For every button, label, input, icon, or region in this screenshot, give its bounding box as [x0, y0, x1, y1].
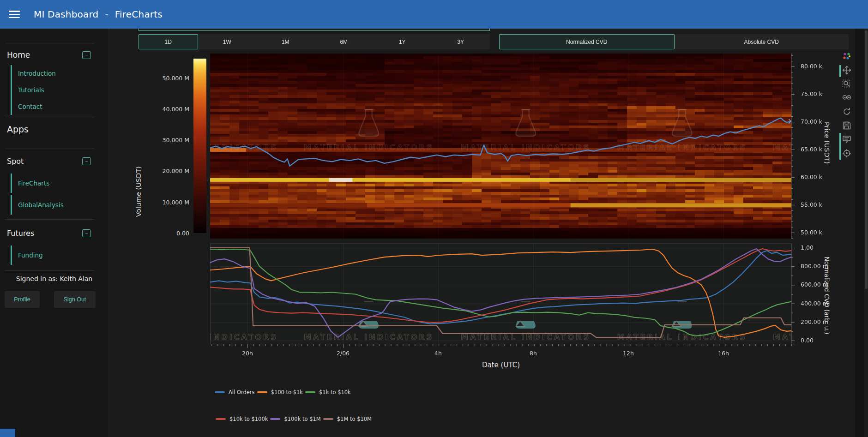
zoom-in-out-icon[interactable]	[842, 93, 851, 102]
volume-colorbar	[193, 59, 206, 233]
legend-item[interactable]: $100k to $1M	[270, 416, 320, 422]
normalized-cvd-button[interactable]: Normalized CVD	[499, 34, 675, 49]
normalized-cvd-chart[interactable]	[210, 243, 791, 344]
sidebar-group-home: Introduction Tutorials Contact	[11, 65, 56, 115]
legend-label: $100 to $1k	[271, 389, 303, 395]
sidebar-item-funding[interactable]: Funding	[11, 245, 43, 265]
sidebar: Home − Introduction Tutorials Contact Ap…	[0, 29, 109, 437]
range-3y-button[interactable]: 3Y	[432, 34, 490, 49]
legend-item[interactable]: $10k to $100k	[216, 416, 268, 422]
legend-item[interactable]: $1k to $10k	[305, 389, 351, 395]
legend-swatch	[257, 391, 267, 393]
collapse-futures-button[interactable]: −	[82, 229, 91, 237]
signout-button[interactable]: Sign Out	[54, 291, 96, 308]
signed-in-text: Signed in as: Keith Alan	[0, 275, 108, 282]
footer-accent	[0, 429, 15, 437]
range-6m-button[interactable]: 6M	[315, 34, 374, 49]
absolute-cvd-button[interactable]: Absolute CVD	[675, 34, 849, 49]
modebar-active-indicator	[839, 65, 841, 77]
sidebar-section-spot: Spot	[7, 157, 24, 166]
range-1w-button[interactable]: 1W	[198, 34, 257, 49]
plotly-logo-icon[interactable]	[842, 52, 851, 61]
sidebar-item-firecharts[interactable]: FireCharts	[11, 174, 49, 193]
profile-button[interactable]: Profile	[5, 291, 40, 308]
legend-swatch	[270, 418, 280, 420]
collapse-spot-button[interactable]: −	[82, 157, 91, 165]
sidebar-section-apps: Apps	[7, 124, 29, 134]
legend-item[interactable]: $1M to $10M	[323, 416, 372, 422]
sidebar-item-introduction[interactable]: Introduction	[12, 65, 56, 82]
time-range-group: 1D 1W 1M 6M 1Y 3Y	[139, 34, 490, 49]
legend-label: All Orders	[229, 389, 255, 395]
page-title: MI Dashboard-FireCharts	[34, 9, 163, 20]
modebar-active-indicator	[839, 133, 841, 160]
sidebar-section-futures: Futures	[7, 229, 34, 238]
range-1y-button[interactable]: 1Y	[373, 34, 432, 49]
legend-label: $1M to $10M	[337, 416, 372, 422]
collapse-home-button[interactable]: −	[82, 51, 91, 59]
sidebar-section-home: Home	[7, 50, 30, 60]
legend-label: $10k to $100k	[229, 416, 268, 422]
sidebar-item-tutorials[interactable]: Tutorials	[12, 82, 56, 98]
sidebar-item-contact[interactable]: Contact	[12, 98, 56, 115]
sidebar-divider	[5, 270, 95, 271]
pan-icon[interactable]	[842, 66, 851, 75]
cvd-mode-group: Normalized CVD Absolute CVD	[499, 34, 849, 49]
legend-label: $100k to $1M	[284, 416, 320, 422]
legend-row-1: All Orders$100 to $1k$1k to $10k	[215, 389, 353, 395]
sidebar-divider	[5, 117, 95, 117]
legend-item[interactable]: $100 to $1k	[257, 389, 303, 395]
app-root: MI Dashboard-FireCharts Home − Introduct…	[0, 0, 868, 437]
box-zoom-icon[interactable]	[842, 79, 851, 89]
legend-swatch	[215, 391, 225, 393]
range-1d-button[interactable]: 1D	[139, 34, 198, 49]
sidebar-item-globalanalysis[interactable]: GlobalAnalysis	[11, 195, 64, 215]
volume-heatmap-chart[interactable]	[210, 54, 791, 239]
toggle-spikelines-icon[interactable]	[842, 149, 851, 158]
reset-axes-icon[interactable]	[842, 107, 851, 116]
toggle-hover-icon[interactable]	[842, 135, 851, 144]
legend-label: $1k to $10k	[319, 389, 351, 395]
legend-item[interactable]: All Orders	[215, 389, 255, 395]
save-image-icon[interactable]	[842, 121, 851, 130]
hamburger-icon[interactable]	[9, 11, 20, 18]
range-1m-button[interactable]: 1M	[256, 34, 315, 49]
sidebar-divider	[5, 219, 95, 220]
scrollbar-thumb[interactable]	[865, 30, 868, 289]
sidebar-divider	[5, 43, 95, 43]
legend-swatch	[216, 418, 226, 420]
legend-swatch	[323, 418, 333, 420]
legend-row-2: $10k to $100k$100k to $1M$1M to $10M	[216, 416, 374, 422]
legend-swatch	[305, 391, 315, 393]
app-header: MI Dashboard-FireCharts	[0, 0, 868, 29]
sidebar-divider	[5, 149, 95, 149]
